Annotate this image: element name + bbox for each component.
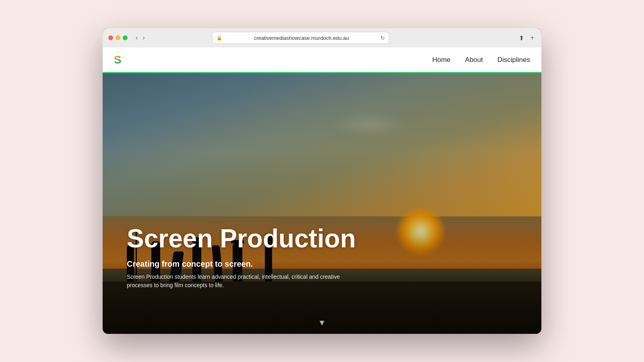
scroll-indicator[interactable]: ▼ <box>318 318 326 327</box>
hero-description: Screen Production students learn advance… <box>127 273 348 290</box>
logo-icon: S <box>114 54 122 66</box>
site-logo[interactable]: S <box>114 54 122 66</box>
hero-overlay <box>103 73 541 334</box>
minimize-button[interactable] <box>116 35 120 40</box>
hero-subtitle: Creating from concept to screen. <box>127 259 461 269</box>
close-button[interactable] <box>108 35 113 40</box>
lock-icon: 🔒 <box>217 35 222 41</box>
traffic-lights <box>108 35 128 40</box>
new-tab-button[interactable]: + <box>529 33 536 43</box>
maximize-button[interactable] <box>123 35 128 40</box>
nav-buttons: ‹ › <box>134 33 147 42</box>
back-button[interactable]: ‹ <box>134 33 139 42</box>
reload-icon[interactable]: ↻ <box>380 35 385 41</box>
url-text: creativemediashowcase.murdoch.edu.au <box>225 35 378 41</box>
address-bar[interactable]: 🔒 creativemediashowcase.murdoch.edu.au ↻ <box>212 32 389 44</box>
website-content: S Home About Disciplines <box>103 47 541 334</box>
browser-chrome: ‹ › 🔒 creativemediashowcase.murdoch.edu.… <box>103 28 541 47</box>
browser-actions: ⬆ + <box>517 33 536 43</box>
hero-title: Screen Production <box>127 225 461 252</box>
site-nav-links: Home About Disciplines <box>432 56 530 64</box>
hero-content: Screen Production Creating from concept … <box>127 225 461 290</box>
hero-section: Screen Production Creating from concept … <box>103 73 541 334</box>
site-nav: S Home About Disciplines <box>103 47 541 73</box>
nav-item-disciplines[interactable]: Disciplines <box>497 56 530 64</box>
browser-toolbar: ‹ › 🔒 creativemediashowcase.murdoch.edu.… <box>103 28 541 47</box>
share-button[interactable]: ⬆ <box>517 33 526 43</box>
browser-window: ‹ › 🔒 creativemediashowcase.murdoch.edu.… <box>103 28 541 334</box>
forward-button[interactable]: › <box>141 33 146 42</box>
nav-item-about[interactable]: About <box>465 56 483 64</box>
nav-item-home[interactable]: Home <box>432 56 450 64</box>
